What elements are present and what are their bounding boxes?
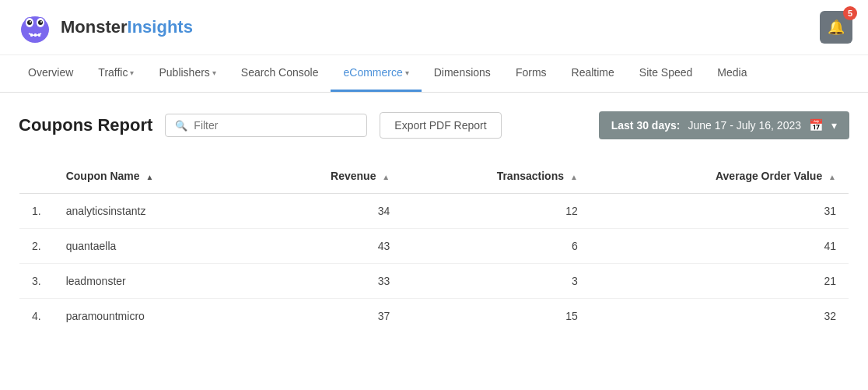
svg-rect-10 bbox=[34, 33, 37, 37]
nav-item-traffic[interactable]: Traffic ▾ bbox=[86, 55, 146, 92]
cell-revenue: 43 bbox=[253, 229, 402, 264]
nav-label-realtime: Realtime bbox=[572, 66, 614, 79]
cell-coupon-name: leadmonster bbox=[54, 264, 254, 299]
cell-revenue: 33 bbox=[253, 264, 402, 299]
cell-coupon-name: paramountmicro bbox=[54, 299, 254, 334]
svg-point-6 bbox=[38, 20, 43, 25]
nav-label-dimensions: Dimensions bbox=[434, 66, 491, 79]
cell-revenue: 34 bbox=[253, 194, 402, 229]
transactions-sort-icon: ▲ bbox=[570, 173, 578, 181]
app-title: MonsterInsights bbox=[61, 17, 193, 37]
th-transactions[interactable]: Transactions ▲ bbox=[402, 159, 590, 194]
nav-item-search-console[interactable]: Search Console bbox=[229, 55, 331, 92]
date-range-label-bold: Last 30 days: bbox=[611, 119, 681, 132]
row-num: 4. bbox=[19, 299, 54, 334]
date-range-label-range: June 17 - July 16, 2023 bbox=[688, 119, 801, 132]
notification-badge: 5 bbox=[843, 6, 857, 20]
svg-rect-11 bbox=[38, 33, 40, 37]
cell-coupon-name: quantaella bbox=[54, 229, 254, 264]
table-row: 4. paramountmicro 37 15 32 bbox=[19, 299, 849, 334]
monster-logo-icon bbox=[16, 8, 54, 47]
avg-order-sort-icon: ▲ bbox=[828, 173, 836, 181]
nav-label-media: Media bbox=[717, 66, 747, 79]
nav-item-media[interactable]: Media bbox=[705, 55, 759, 92]
th-coupon-name[interactable]: Coupon Name ▲ bbox=[54, 159, 254, 194]
table-row: 2. quantaella 43 6 41 bbox=[19, 229, 849, 264]
svg-point-8 bbox=[40, 21, 42, 23]
cell-transactions: 15 bbox=[402, 299, 590, 334]
cell-transactions: 12 bbox=[402, 194, 590, 229]
nav-item-ecommerce[interactable]: eCommerce ▾ bbox=[331, 55, 421, 92]
nav-item-forms[interactable]: Forms bbox=[503, 55, 559, 92]
nav-item-publishers[interactable]: Publishers ▾ bbox=[146, 55, 228, 92]
row-num: 1. bbox=[19, 194, 54, 229]
nav-item-site-speed[interactable]: Site Speed bbox=[627, 55, 705, 92]
table-row: 1. analyticsinstantz 34 12 31 bbox=[19, 194, 849, 229]
row-num: 3. bbox=[19, 264, 54, 299]
nav-item-overview[interactable]: Overview bbox=[16, 55, 86, 92]
nav-label-ecommerce: eCommerce bbox=[343, 66, 402, 79]
calendar-icon: 📅 bbox=[809, 118, 824, 132]
cell-transactions: 6 bbox=[402, 229, 590, 264]
th-revenue[interactable]: Revenue ▲ bbox=[253, 159, 402, 194]
traffic-arrow-icon: ▾ bbox=[130, 69, 134, 77]
cell-revenue: 37 bbox=[253, 299, 402, 334]
table-row: 3. leadmonster 33 3 21 bbox=[19, 264, 849, 299]
svg-rect-9 bbox=[30, 33, 33, 37]
nav-label-traffic: Traffic bbox=[98, 66, 128, 79]
ecommerce-arrow-icon: ▾ bbox=[405, 69, 409, 77]
app-header: MonsterInsights 🔔 5 bbox=[0, 0, 868, 55]
cell-avg-order-value: 32 bbox=[590, 299, 849, 334]
cell-avg-order-value: 41 bbox=[590, 229, 849, 264]
filter-input[interactable] bbox=[194, 119, 357, 132]
svg-point-7 bbox=[30, 21, 31, 23]
th-num bbox=[19, 159, 54, 194]
coupons-table: Coupon Name ▲ Revenue ▲ Transactions ▲ A… bbox=[19, 158, 849, 334]
notification-area[interactable]: 🔔 5 bbox=[820, 11, 852, 44]
svg-point-5 bbox=[27, 20, 32, 25]
export-pdf-button[interactable]: Export PDF Report bbox=[380, 112, 501, 139]
main-content: Coupons Report 🔍 Export PDF Report Last … bbox=[0, 93, 868, 353]
revenue-sort-icon: ▲ bbox=[382, 173, 390, 181]
nav-item-dimensions[interactable]: Dimensions bbox=[422, 55, 503, 92]
th-avg-order-value[interactable]: Average Order Value ▲ bbox=[590, 159, 849, 194]
date-dropdown-arrow-icon: ▾ bbox=[831, 119, 837, 132]
main-nav: Overview Traffic ▾ Publishers ▾ Search C… bbox=[0, 55, 868, 93]
bell-icon: 🔔 bbox=[828, 19, 845, 36]
logo-area: MonsterInsights bbox=[16, 8, 193, 47]
nav-label-site-speed: Site Speed bbox=[639, 66, 693, 79]
cell-transactions: 3 bbox=[402, 264, 590, 299]
report-header: Coupons Report 🔍 Export PDF Report Last … bbox=[19, 111, 849, 139]
table-header-row: Coupon Name ▲ Revenue ▲ Transactions ▲ A… bbox=[19, 159, 849, 194]
nav-item-realtime[interactable]: Realtime bbox=[559, 55, 627, 92]
cell-coupon-name: analyticsinstantz bbox=[54, 194, 254, 229]
row-num: 2. bbox=[19, 229, 54, 264]
publishers-arrow-icon: ▾ bbox=[212, 69, 216, 77]
cell-avg-order-value: 21 bbox=[590, 264, 849, 299]
date-range-button[interactable]: Last 30 days: June 17 - July 16, 2023 📅 … bbox=[599, 111, 849, 139]
filter-input-wrap[interactable]: 🔍 bbox=[165, 114, 367, 137]
search-icon: 🔍 bbox=[175, 120, 187, 132]
nav-label-search-console: Search Console bbox=[241, 66, 319, 79]
nav-label-overview: Overview bbox=[28, 66, 73, 79]
nav-label-publishers: Publishers bbox=[159, 66, 209, 79]
nav-label-forms: Forms bbox=[516, 66, 547, 79]
cell-avg-order-value: 31 bbox=[590, 194, 849, 229]
coupon-name-sort-icon: ▲ bbox=[145, 173, 153, 181]
report-title: Coupons Report bbox=[19, 115, 152, 135]
